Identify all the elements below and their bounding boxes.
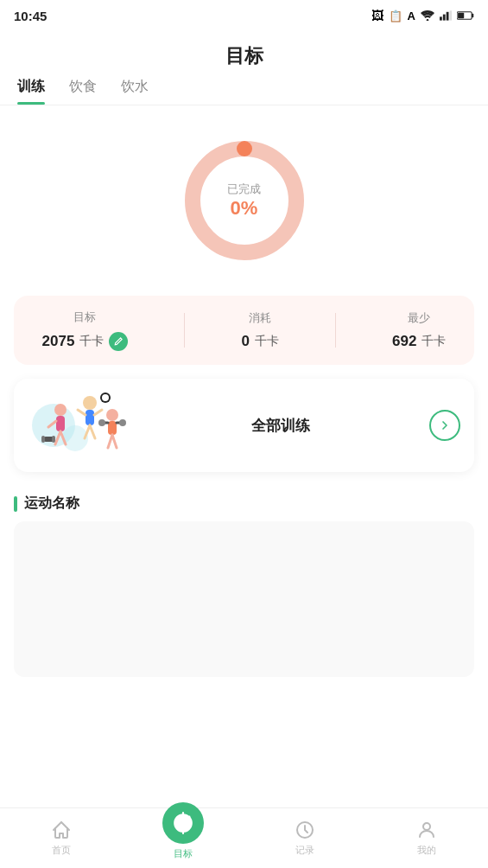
svg-rect-1 — [440, 16, 442, 20]
svg-line-35 — [112, 435, 117, 448]
donut-label: 已完成 — [227, 182, 261, 197]
section-header: 运动名称 — [0, 486, 488, 521]
bottom-nav: 首页 目标 记录 我的 — [0, 807, 488, 868]
training-illustration — [28, 391, 131, 460]
stat-divider-1 — [184, 313, 185, 348]
stat-min: 最少 692 千卡 — [392, 310, 446, 350]
svg-line-32 — [78, 410, 86, 415]
photo-icon: 🖼 — [371, 9, 383, 22]
svg-rect-7 — [458, 13, 464, 18]
donut-value: 0% — [227, 197, 261, 220]
home-icon — [51, 820, 72, 840]
stat-goal-label: 目标 — [42, 310, 129, 325]
stat-min-value-row: 692 千卡 — [392, 333, 446, 350]
clock-icon — [295, 820, 315, 840]
page-title: 目标 — [0, 31, 488, 78]
edit-goal-button[interactable] — [109, 332, 128, 351]
nav-label-record: 记录 — [295, 844, 314, 857]
battery-icon — [457, 10, 474, 21]
svg-rect-3 — [447, 12, 449, 21]
status-icons: 🖼 📋 A — [371, 9, 474, 22]
stat-min-unit: 千卡 — [421, 334, 446, 349]
svg-point-28 — [119, 419, 126, 426]
signal-icon — [440, 10, 452, 21]
nav-target-icon-circle — [162, 802, 204, 844]
svg-point-12 — [54, 404, 67, 416]
donut-chart: 已完成 0% — [175, 131, 314, 270]
svg-rect-4 — [450, 10, 452, 20]
svg-point-40 — [181, 821, 185, 825]
chart-area: 已完成 0% — [0, 105, 488, 287]
svg-point-22 — [102, 394, 109, 401]
svg-point-26 — [98, 419, 105, 426]
nav-item-profile[interactable]: 我的 — [366, 820, 488, 857]
section-bar — [14, 496, 17, 512]
stat-consume-value-row: 0 千卡 — [241, 333, 278, 350]
training-arrow-button[interactable] — [429, 410, 460, 441]
user-icon — [416, 820, 437, 840]
stat-goal-unit: 千卡 — [79, 334, 104, 349]
stat-consume-unit: 千卡 — [255, 334, 279, 349]
a-icon: A — [408, 10, 415, 22]
svg-point-20 — [83, 396, 97, 410]
target-icon — [172, 812, 194, 834]
nav-item-record[interactable]: 记录 — [244, 820, 366, 857]
stat-min-label: 最少 — [392, 310, 446, 326]
nav-label-profile: 我的 — [417, 844, 436, 857]
svg-point-0 — [427, 19, 429, 21]
stat-goal: 目标 2075 千卡 — [42, 310, 129, 351]
donut-center: 已完成 0% — [227, 182, 261, 220]
status-bar: 10:45 🖼 📋 A — [0, 0, 488, 31]
svg-rect-6 — [472, 14, 473, 17]
nav-item-target[interactable]: 目标 — [122, 816, 244, 860]
tab-training[interactable]: 训练 — [17, 78, 45, 105]
section-title: 运动名称 — [24, 495, 79, 513]
svg-line-31 — [90, 425, 95, 438]
main-content: 目标 训练 饮食 饮水 已完成 0% 目标 2075 千卡 — [0, 31, 488, 807]
stat-consume-label: 消耗 — [241, 310, 278, 326]
nav-item-home[interactable]: 首页 — [0, 820, 122, 857]
tab-water[interactable]: 饮水 — [121, 78, 149, 105]
tabs: 训练 饮食 饮水 — [0, 78, 488, 105]
sim-icon: 📋 — [389, 10, 402, 22]
svg-rect-19 — [52, 436, 55, 443]
nav-label-home: 首页 — [52, 844, 71, 857]
stat-goal-value-row: 2075 千卡 — [42, 332, 129, 351]
svg-rect-29 — [86, 410, 94, 425]
svg-rect-2 — [443, 15, 446, 21]
nav-label-target: 目标 — [174, 847, 193, 860]
svg-line-33 — [94, 410, 102, 415]
stat-goal-value: 2075 — [42, 333, 75, 350]
svg-point-23 — [106, 409, 118, 421]
svg-point-42 — [423, 823, 430, 830]
stats-card: 目标 2075 千卡 消耗 0 千卡 最少 — [14, 296, 474, 365]
stat-min-value: 692 — [392, 333, 416, 350]
svg-rect-24 — [108, 421, 117, 435]
wifi-icon — [421, 10, 434, 21]
svg-rect-18 — [41, 436, 45, 443]
training-card-label: 全部训练 — [131, 416, 429, 436]
status-time: 10:45 — [14, 9, 47, 23]
training-card[interactable]: 全部训练 — [14, 379, 474, 472]
stat-divider-2 — [335, 313, 336, 348]
stat-consume-value: 0 — [241, 333, 249, 350]
stat-consume: 消耗 0 千卡 — [241, 310, 278, 350]
svg-rect-13 — [56, 416, 65, 431]
exercise-list-area — [14, 521, 474, 677]
tab-diet[interactable]: 饮食 — [69, 78, 97, 105]
